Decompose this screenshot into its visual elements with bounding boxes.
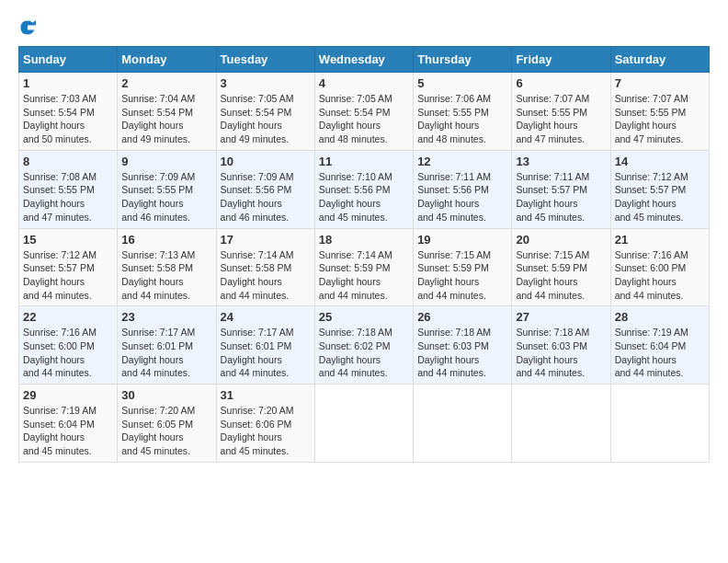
calendar-cell: 16 Sunrise: 7:13 AM Sunset: 5:58 PM Dayl… bbox=[118, 228, 216, 306]
calendar-cell: 14 Sunrise: 7:12 AM Sunset: 5:57 PM Dayl… bbox=[610, 150, 709, 228]
day-info: Sunrise: 7:19 AM Sunset: 6:04 PM Dayligh… bbox=[615, 326, 705, 380]
day-number: 25 bbox=[319, 310, 409, 324]
calendar-table: SundayMondayTuesdayWednesdayThursdayFrid… bbox=[18, 46, 710, 463]
day-number: 3 bbox=[221, 76, 311, 90]
day-info: Sunrise: 7:13 AM Sunset: 5:58 PM Dayligh… bbox=[121, 248, 211, 303]
calendar-cell bbox=[314, 385, 413, 463]
day-info: Sunrise: 7:20 AM Sunset: 6:05 PM Dayligh… bbox=[121, 404, 211, 458]
day-info: Sunrise: 7:11 AM Sunset: 5:57 PM Dayligh… bbox=[516, 170, 606, 224]
calendar-cell: 28 Sunrise: 7:19 AM Sunset: 6:04 PM Dayl… bbox=[610, 306, 709, 385]
day-number: 8 bbox=[23, 155, 113, 168]
day-number: 30 bbox=[121, 388, 211, 402]
calendar-cell: 17 Sunrise: 7:14 AM Sunset: 5:58 PM Dayl… bbox=[216, 228, 314, 306]
day-info: Sunrise: 7:20 AM Sunset: 6:06 PM Dayligh… bbox=[221, 404, 311, 458]
day-info: Sunrise: 7:18 AM Sunset: 6:02 PM Dayligh… bbox=[319, 326, 409, 380]
day-number: 20 bbox=[516, 233, 606, 247]
day-info: Sunrise: 7:15 AM Sunset: 5:59 PM Dayligh… bbox=[516, 248, 606, 303]
logo-icon bbox=[18, 18, 37, 37]
calendar-week-2: 8 Sunrise: 7:08 AM Sunset: 5:55 PM Dayli… bbox=[19, 150, 710, 228]
day-number: 16 bbox=[121, 233, 211, 247]
page-header bbox=[18, 18, 710, 37]
calendar-cell: 20 Sunrise: 7:15 AM Sunset: 5:59 PM Dayl… bbox=[512, 228, 610, 306]
day-number: 7 bbox=[615, 76, 705, 90]
day-of-week-thursday: Thursday bbox=[414, 47, 512, 73]
calendar-cell: 15 Sunrise: 7:12 AM Sunset: 5:57 PM Dayl… bbox=[19, 228, 118, 306]
calendar-week-4: 22 Sunrise: 7:16 AM Sunset: 6:00 PM Dayl… bbox=[19, 306, 710, 385]
calendar-cell: 24 Sunrise: 7:17 AM Sunset: 6:01 PM Dayl… bbox=[216, 306, 314, 385]
day-number: 26 bbox=[417, 310, 507, 324]
day-number: 31 bbox=[221, 388, 311, 402]
day-info: Sunrise: 7:17 AM Sunset: 6:01 PM Dayligh… bbox=[221, 326, 311, 380]
day-info: Sunrise: 7:17 AM Sunset: 6:01 PM Dayligh… bbox=[121, 326, 211, 380]
day-info: Sunrise: 7:04 AM Sunset: 5:54 PM Dayligh… bbox=[121, 92, 211, 146]
calendar-cell: 1 Sunrise: 7:03 AM Sunset: 5:54 PM Dayli… bbox=[19, 73, 118, 151]
day-info: Sunrise: 7:03 AM Sunset: 5:54 PM Dayligh… bbox=[23, 92, 113, 146]
calendar-cell bbox=[610, 385, 709, 463]
day-info: Sunrise: 7:15 AM Sunset: 5:59 PM Dayligh… bbox=[417, 248, 507, 303]
day-of-week-friday: Friday bbox=[512, 47, 610, 73]
day-info: Sunrise: 7:09 AM Sunset: 5:55 PM Dayligh… bbox=[121, 170, 211, 224]
day-number: 28 bbox=[615, 310, 705, 324]
day-info: Sunrise: 7:14 AM Sunset: 5:58 PM Dayligh… bbox=[221, 248, 311, 303]
day-info: Sunrise: 7:16 AM Sunset: 6:00 PM Dayligh… bbox=[23, 326, 113, 380]
calendar-cell: 21 Sunrise: 7:16 AM Sunset: 6:00 PM Dayl… bbox=[610, 228, 709, 306]
calendar-cell: 7 Sunrise: 7:07 AM Sunset: 5:55 PM Dayli… bbox=[610, 73, 709, 151]
day-info: Sunrise: 7:05 AM Sunset: 5:54 PM Dayligh… bbox=[221, 92, 311, 146]
day-number: 13 bbox=[516, 155, 606, 168]
day-number: 10 bbox=[221, 155, 311, 168]
day-of-week-saturday: Saturday bbox=[610, 47, 709, 73]
day-number: 29 bbox=[23, 388, 113, 402]
day-of-week-sunday: Sunday bbox=[19, 47, 118, 73]
calendar-cell: 22 Sunrise: 7:16 AM Sunset: 6:00 PM Dayl… bbox=[19, 306, 118, 385]
calendar-cell: 29 Sunrise: 7:19 AM Sunset: 6:04 PM Dayl… bbox=[19, 385, 118, 463]
day-number: 24 bbox=[221, 310, 311, 324]
day-info: Sunrise: 7:08 AM Sunset: 5:55 PM Dayligh… bbox=[23, 170, 113, 224]
calendar-cell: 4 Sunrise: 7:05 AM Sunset: 5:54 PM Dayli… bbox=[314, 73, 413, 151]
calendar-header-row: SundayMondayTuesdayWednesdayThursdayFrid… bbox=[19, 47, 710, 73]
day-info: Sunrise: 7:14 AM Sunset: 5:59 PM Dayligh… bbox=[319, 248, 409, 303]
calendar-cell: 18 Sunrise: 7:14 AM Sunset: 5:59 PM Dayl… bbox=[314, 228, 413, 306]
day-info: Sunrise: 7:12 AM Sunset: 5:57 PM Dayligh… bbox=[615, 170, 705, 224]
day-number: 9 bbox=[121, 155, 211, 168]
calendar-cell: 3 Sunrise: 7:05 AM Sunset: 5:54 PM Dayli… bbox=[216, 73, 314, 151]
calendar-cell: 27 Sunrise: 7:18 AM Sunset: 6:03 PM Dayl… bbox=[512, 306, 610, 385]
day-number: 6 bbox=[516, 76, 606, 90]
calendar-cell: 6 Sunrise: 7:07 AM Sunset: 5:55 PM Dayli… bbox=[512, 73, 610, 151]
calendar-week-5: 29 Sunrise: 7:19 AM Sunset: 6:04 PM Dayl… bbox=[19, 385, 710, 463]
day-number: 22 bbox=[23, 310, 113, 324]
calendar-cell: 9 Sunrise: 7:09 AM Sunset: 5:55 PM Dayli… bbox=[118, 150, 216, 228]
calendar-cell: 25 Sunrise: 7:18 AM Sunset: 6:02 PM Dayl… bbox=[314, 306, 413, 385]
calendar-cell: 10 Sunrise: 7:09 AM Sunset: 5:56 PM Dayl… bbox=[216, 150, 314, 228]
day-number: 27 bbox=[516, 310, 606, 324]
day-number: 14 bbox=[615, 155, 705, 168]
calendar-cell: 8 Sunrise: 7:08 AM Sunset: 5:55 PM Dayli… bbox=[19, 150, 118, 228]
calendar-cell: 30 Sunrise: 7:20 AM Sunset: 6:05 PM Dayl… bbox=[118, 385, 216, 463]
day-info: Sunrise: 7:19 AM Sunset: 6:04 PM Dayligh… bbox=[23, 404, 113, 458]
day-number: 23 bbox=[121, 310, 211, 324]
day-number: 4 bbox=[319, 76, 409, 90]
calendar-cell bbox=[512, 385, 610, 463]
day-info: Sunrise: 7:10 AM Sunset: 5:56 PM Dayligh… bbox=[319, 170, 409, 224]
day-number: 15 bbox=[23, 233, 113, 247]
day-info: Sunrise: 7:11 AM Sunset: 5:56 PM Dayligh… bbox=[417, 170, 507, 224]
day-of-week-wednesday: Wednesday bbox=[314, 47, 413, 73]
day-number: 12 bbox=[417, 155, 507, 168]
day-info: Sunrise: 7:18 AM Sunset: 6:03 PM Dayligh… bbox=[417, 326, 507, 380]
day-number: 2 bbox=[121, 76, 211, 90]
day-number: 11 bbox=[319, 155, 409, 168]
day-info: Sunrise: 7:06 AM Sunset: 5:55 PM Dayligh… bbox=[417, 92, 507, 146]
day-info: Sunrise: 7:12 AM Sunset: 5:57 PM Dayligh… bbox=[23, 248, 113, 303]
day-info: Sunrise: 7:16 AM Sunset: 6:00 PM Dayligh… bbox=[615, 248, 705, 303]
day-number: 1 bbox=[23, 76, 113, 90]
day-info: Sunrise: 7:09 AM Sunset: 5:56 PM Dayligh… bbox=[221, 170, 311, 224]
day-number: 21 bbox=[615, 233, 705, 247]
calendar-cell bbox=[414, 385, 512, 463]
calendar-week-1: 1 Sunrise: 7:03 AM Sunset: 5:54 PM Dayli… bbox=[19, 73, 710, 151]
calendar-cell: 2 Sunrise: 7:04 AM Sunset: 5:54 PM Dayli… bbox=[118, 73, 216, 151]
day-of-week-monday: Monday bbox=[118, 47, 216, 73]
calendar-cell: 19 Sunrise: 7:15 AM Sunset: 5:59 PM Dayl… bbox=[414, 228, 512, 306]
calendar-cell: 26 Sunrise: 7:18 AM Sunset: 6:03 PM Dayl… bbox=[414, 306, 512, 385]
day-number: 18 bbox=[319, 233, 409, 247]
calendar-cell: 31 Sunrise: 7:20 AM Sunset: 6:06 PM Dayl… bbox=[216, 385, 314, 463]
calendar-cell: 12 Sunrise: 7:11 AM Sunset: 5:56 PM Dayl… bbox=[414, 150, 512, 228]
